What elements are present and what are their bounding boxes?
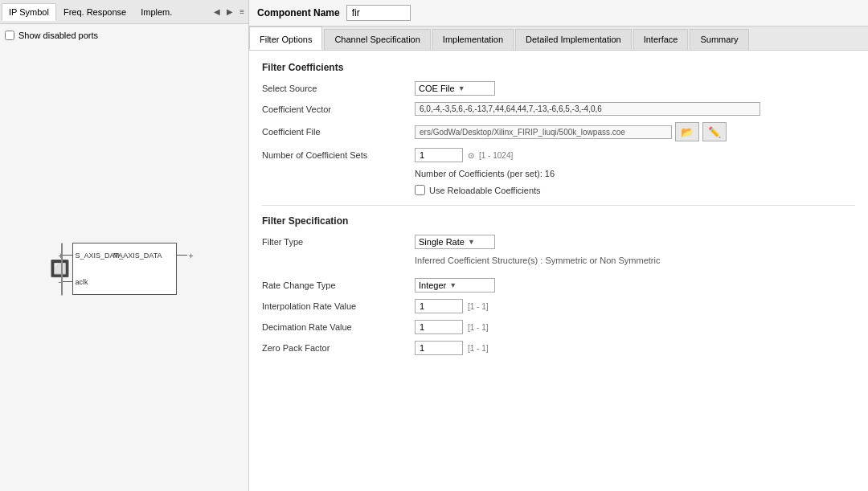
num-coefficient-sets-control: ⊙ [1 - 1024] bbox=[415, 148, 513, 162]
folder-icon: 📂 bbox=[681, 126, 694, 138]
symbol-area: 🔲 + S_AXIS_DATA M_AXIS_DATA + − bbox=[0, 47, 248, 491]
tab-navigation-icons: ◀ ▶ ≡ bbox=[211, 6, 247, 18]
symbol-icon: 🔲 bbox=[50, 259, 70, 278]
use-reloadable-row: Use Reloadable Coefficients bbox=[415, 185, 855, 195]
num-coefficient-sets-row: Number of Coefficient Sets ⊙ [1 - 1024] bbox=[262, 148, 855, 162]
prev-tab-icon[interactable]: ◀ bbox=[211, 6, 223, 18]
num-coefficient-sets-range: [1 - 1024] bbox=[479, 151, 513, 160]
main-tabs: Filter Options Channel Specification Imp… bbox=[249, 27, 868, 51]
zero-pack-factor-range: [1 - 1] bbox=[468, 344, 489, 353]
edit-file-button[interactable]: ✏️ bbox=[702, 122, 727, 141]
section-divider bbox=[262, 205, 855, 206]
decimation-rate-input[interactable] bbox=[415, 320, 463, 334]
interpolation-rate-range: [1 - 1] bbox=[468, 302, 489, 311]
tab-filter-options[interactable]: Filter Options bbox=[249, 27, 322, 50]
tab-channel-specification[interactable]: Channel Specification bbox=[324, 29, 430, 50]
tab-interface[interactable]: Interface bbox=[633, 29, 689, 50]
inferred-row: Inferred Coefficient Structure(s) : Symm… bbox=[262, 256, 855, 272]
tab-freq-response[interactable]: Freq. Response bbox=[56, 3, 133, 21]
ip-symbol-wrapper: 🔲 + S_AXIS_DATA M_AXIS_DATA + − bbox=[72, 243, 177, 295]
interpolation-rate-label: Interpolation Rate Value bbox=[262, 301, 415, 311]
coefficient-vector-input[interactable] bbox=[415, 102, 760, 116]
zero-pack-factor-input[interactable] bbox=[415, 341, 463, 355]
component-name-bar: Component Name bbox=[249, 0, 868, 27]
filter-type-value: Single Rate bbox=[419, 237, 465, 247]
zero-pack-factor-row: Zero Pack Factor [1 - 1] bbox=[262, 341, 855, 355]
decimation-rate-control: [1 - 1] bbox=[415, 320, 489, 334]
num-coefficient-sets-input[interactable] bbox=[415, 148, 463, 162]
tab-implementation[interactable]: Implem. bbox=[133, 3, 179, 21]
show-disabled-label: Show disabled ports bbox=[18, 31, 98, 40]
select-source-arrow-icon: ▼ bbox=[458, 84, 465, 92]
plus-left-top-icon: + bbox=[59, 252, 63, 260]
tab-ip-symbol[interactable]: IP Symbol bbox=[2, 3, 56, 21]
filter-type-label: Filter Type bbox=[262, 237, 415, 247]
menu-icon[interactable]: ≡ bbox=[237, 6, 247, 18]
coefficient-file-input[interactable] bbox=[415, 125, 672, 139]
browse-file-button[interactable]: 📂 bbox=[675, 122, 699, 141]
decimation-rate-row: Decimation Rate Value [1 - 1] bbox=[262, 320, 855, 334]
coefficient-vector-control bbox=[415, 102, 760, 116]
content-area: Filter Coefficients Select Source COE Fi… bbox=[249, 51, 868, 491]
coefficient-file-control: 📂 ✏️ bbox=[415, 122, 727, 141]
coefficient-file-label: Coefficient File bbox=[262, 127, 415, 137]
interpolation-rate-row: Interpolation Rate Value [1 - 1] bbox=[262, 299, 855, 313]
use-reloadable-checkbox[interactable] bbox=[415, 185, 425, 195]
next-tab-icon[interactable]: ▶ bbox=[224, 6, 235, 18]
rate-change-type-label: Rate Change Type bbox=[262, 280, 415, 290]
select-source-value: COE File bbox=[419, 84, 455, 93]
show-disabled-checkbox[interactable] bbox=[5, 31, 14, 40]
component-name-input[interactable] bbox=[346, 5, 411, 21]
rate-change-type-value: Integer bbox=[419, 280, 446, 290]
num-coefficient-sets-spinner-icon[interactable]: ⊙ bbox=[468, 151, 474, 160]
interpolation-rate-input[interactable] bbox=[415, 299, 463, 313]
use-reloadable-label: Use Reloadable Coefficients bbox=[429, 186, 541, 195]
decimation-rate-label: Decimation Rate Value bbox=[262, 322, 415, 332]
select-source-dropdown[interactable]: COE File ▼ bbox=[415, 81, 495, 96]
select-source-row: Select Source COE File ▼ bbox=[262, 81, 855, 96]
component-name-label: Component Name bbox=[257, 7, 340, 18]
num-coefficients-text: Number of Coefficients (per set): 16 bbox=[415, 169, 555, 178]
decimation-rate-range: [1 - 1] bbox=[468, 323, 489, 332]
tab-implementation[interactable]: Implementation bbox=[432, 29, 514, 50]
inferred-text: Inferred Coefficient Structure(s) : Symm… bbox=[415, 256, 660, 265]
symbol-box: + S_AXIS_DATA M_AXIS_DATA + − aclk bbox=[72, 243, 177, 295]
show-disabled-row: Show disabled ports bbox=[0, 24, 248, 47]
zero-pack-factor-label: Zero Pack Factor bbox=[262, 343, 415, 353]
num-coefficient-sets-label: Number of Coefficient Sets bbox=[262, 150, 415, 160]
filter-type-dropdown[interactable]: Single Rate ▼ bbox=[415, 235, 495, 249]
port-aclk-label: aclk bbox=[73, 278, 88, 286]
select-source-label: Select Source bbox=[262, 84, 415, 93]
rate-change-type-control: Integer ▼ bbox=[415, 278, 495, 293]
num-coefficients-static-row: Number of Coefficients (per set): 16 bbox=[262, 169, 855, 178]
port-m-axis-data-label: M_AXIS_DATA bbox=[113, 252, 165, 260]
left-tabs: IP Symbol Freq. Response Implem. ◀ ▶ ≡ bbox=[0, 0, 248, 24]
rate-change-type-row: Rate Change Type Integer ▼ bbox=[262, 278, 855, 293]
select-source-control: COE File ▼ bbox=[415, 81, 495, 96]
edit-icon: ✏️ bbox=[708, 126, 721, 138]
filter-specification-title: Filter Specification bbox=[262, 215, 855, 227]
tab-detailed-implementation[interactable]: Detailed Implementation bbox=[515, 29, 632, 50]
filter-type-row: Filter Type Single Rate ▼ bbox=[262, 235, 855, 249]
coefficient-file-row: Coefficient File 📂 ✏️ bbox=[262, 122, 855, 141]
right-panel: Component Name Filter Options Channel Sp… bbox=[249, 0, 868, 491]
filter-coefficients-title: Filter Coefficients bbox=[262, 62, 855, 73]
coefficient-vector-row: Coefficient Vector bbox=[262, 102, 855, 116]
tab-summary[interactable]: Summary bbox=[690, 29, 748, 50]
filter-type-arrow-icon: ▼ bbox=[468, 238, 475, 246]
zero-pack-factor-control: [1 - 1] bbox=[415, 341, 489, 355]
rate-change-type-dropdown[interactable]: Integer ▼ bbox=[415, 278, 495, 293]
interpolation-rate-control: [1 - 1] bbox=[415, 299, 489, 313]
coefficient-vector-label: Coefficient Vector bbox=[262, 104, 415, 114]
minus-left-bottom-icon: − bbox=[59, 278, 63, 287]
filter-type-control: Single Rate ▼ bbox=[415, 235, 495, 249]
rate-change-type-arrow-icon: ▼ bbox=[449, 281, 457, 289]
plus-right-icon: + bbox=[189, 252, 194, 260]
left-panel: IP Symbol Freq. Response Implem. ◀ ▶ ≡ S… bbox=[0, 0, 249, 491]
